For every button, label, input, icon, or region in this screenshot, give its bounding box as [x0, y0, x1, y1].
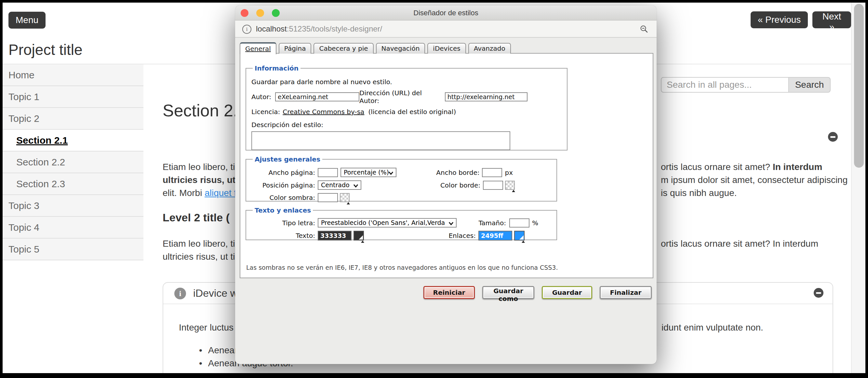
- sidebar-item-section23[interactable]: Section 2.3: [3, 173, 144, 195]
- url-path: :51235/tools/style-designer/: [287, 24, 382, 33]
- descripcion-textarea[interactable]: [251, 131, 510, 150]
- scrollbar-thumb[interactable]: [854, 4, 864, 168]
- dialog-title: Diseñador de estilos: [235, 5, 657, 21]
- ancho-borde-input[interactable]: [482, 168, 502, 177]
- licencia-link[interactable]: Creative Commons by-sa: [283, 108, 364, 116]
- chevron-down-icon: [388, 171, 394, 175]
- sidebar-item-section21[interactable]: Section 2.1: [3, 130, 144, 152]
- enlaces-color-picker-icon[interactable]: [514, 231, 525, 241]
- style-designer-dialog: Diseñador de estilos i localhost:51235/t…: [235, 5, 657, 364]
- search-button[interactable]: Search: [789, 77, 831, 93]
- p1l-line2: ultricies risus, ut: [163, 175, 236, 185]
- tab-cabecera-y-pie[interactable]: Cabecera y pie: [313, 43, 373, 54]
- legend-ajustes-generales: Ajustes generales: [253, 155, 322, 163]
- section-heading: Section 2.1: [163, 101, 247, 120]
- paragraph1-left-fragment: Etiam leo libero, ti ultricies risus, ut…: [163, 161, 237, 199]
- color-borde-label: Color borde:: [440, 181, 480, 189]
- ancho-borde-label: Ancho borde:: [436, 169, 479, 177]
- autor-input[interactable]: [275, 92, 359, 101]
- texto-color-input[interactable]: [318, 231, 351, 241]
- chevron-down-icon: [448, 222, 454, 226]
- ancho-pagina-input[interactable]: [318, 168, 338, 177]
- posicion-select-value: Centrado: [321, 181, 350, 189]
- reiniciar-button[interactable]: Reiniciar: [424, 286, 475, 299]
- page-title: Project title: [8, 41, 83, 59]
- tab-panel-general: Información Guardar para darle nombre al…: [240, 53, 653, 278]
- sidebar-nav: Home Topic 1 Topic 2 Section 2.1 Section…: [3, 64, 144, 260]
- tamano-input[interactable]: [509, 218, 529, 227]
- collapse-section-icon[interactable]: [828, 132, 838, 142]
- site-info-icon[interactable]: i: [242, 25, 251, 34]
- address-bar[interactable]: i localhost:51235/tools/style-designer/: [235, 21, 657, 38]
- sidebar-item-home[interactable]: Home: [3, 64, 144, 86]
- color-borde-input[interactable]: [483, 181, 503, 190]
- licencia-suffix: (licencia del estilo original): [368, 108, 456, 116]
- guardar-button[interactable]: Guardar: [542, 286, 592, 299]
- autor-label: Autor:: [251, 93, 271, 101]
- unidad-select-value: Porcentaje (%): [344, 169, 389, 176]
- tab-general[interactable]: General: [240, 42, 276, 54]
- close-window-button[interactable]: [241, 9, 248, 17]
- tipo-letra-select[interactable]: Preestablecido ('Open Sans', Arial,Verda: [318, 218, 457, 227]
- chevron-down-icon: [353, 184, 359, 188]
- unidad-select[interactable]: Porcentaje (%): [341, 168, 397, 177]
- maximize-window-button[interactable]: [272, 9, 280, 17]
- idevice-text-right: idunt enim vulputate non.: [661, 322, 763, 333]
- url-host: localhost: [256, 24, 287, 33]
- next-button[interactable]: Next »: [812, 11, 851, 28]
- info-icon: i: [174, 288, 186, 300]
- sidebar-item-section22[interactable]: Section 2.2: [3, 152, 144, 173]
- css3-compat-note: Las sombras no se verán en IE6, IE7, IE8…: [246, 264, 558, 271]
- color-sombra-picker-icon[interactable]: [340, 193, 350, 202]
- px-suffix: px: [505, 169, 513, 177]
- tab-idevices[interactable]: iDevices: [427, 43, 466, 54]
- descripcion-label: Descripción del estilo:: [251, 121, 562, 129]
- ancho-pagina-label: Ancho página:: [251, 169, 315, 177]
- fieldset-ajustes-generales: Ajustes generales Ancho página: Porcenta…: [246, 155, 557, 201]
- sidebar-item-topic1[interactable]: Topic 1: [3, 86, 144, 108]
- screen: Menu « Previous Next » Project title Hom…: [0, 0, 868, 378]
- autor-url-input[interactable]: [445, 92, 527, 101]
- info-intro-text: Guardar para darle nombre al nuevo estil…: [251, 78, 562, 86]
- tipo-letra-select-value: Preestablecido ('Open Sans', Arial,Verda: [321, 219, 445, 226]
- legend-texto-y-enlaces: Texto y enlaces: [253, 207, 313, 214]
- color-sombra-label: Color sombra:: [251, 194, 315, 201]
- aliquet-link[interactable]: aliquet f: [205, 188, 237, 198]
- sidebar-item-topic3[interactable]: Topic 3: [3, 195, 144, 217]
- level2-heading: Level 2 title (: [163, 211, 229, 224]
- licencia-label: Licencia:: [251, 108, 280, 116]
- fieldset-informacion: Información Guardar para darle nombre al…: [246, 64, 567, 151]
- idevice-title: iDevice w: [193, 287, 238, 300]
- posicion-select[interactable]: Centrado: [318, 180, 361, 190]
- p1l-line3: elit. Morbi: [163, 188, 205, 198]
- texto-color-picker-icon[interactable]: [353, 231, 364, 241]
- sidebar-item-topic4[interactable]: Topic 4: [3, 217, 144, 239]
- finalizar-button[interactable]: Finalizar: [600, 286, 652, 299]
- autor-url-label: Dirección (URL) del Autor:: [359, 89, 442, 105]
- page-scrollbar: [851, 3, 865, 373]
- search-input[interactable]: [661, 77, 789, 93]
- zoom-out-icon[interactable]: [640, 25, 649, 35]
- paragraph1-right-fragment: ortis lacus ornare sit amet? In interdum…: [661, 161, 847, 199]
- minimize-window-button[interactable]: [256, 9, 264, 17]
- tab-avanzado[interactable]: Avanzado: [468, 43, 511, 54]
- p1r-line2: m ipsum dolor sit amet, consectetur adip…: [661, 174, 847, 187]
- dialog-titlebar: Diseñador de estilos: [235, 5, 657, 21]
- p2l-line1: Etiam leo libero, ti: [163, 237, 235, 250]
- tamano-label: Tamaño:: [478, 219, 506, 227]
- previous-button[interactable]: « Previous: [751, 11, 808, 28]
- sidebar-item-topic2[interactable]: Topic 2: [3, 108, 144, 130]
- p1r-line1: ortis lacus ornare sit amet?: [661, 162, 773, 172]
- guardar-como-button[interactable]: Guardar como: [482, 286, 534, 299]
- sidebar-item-topic5[interactable]: Topic 5: [3, 239, 144, 260]
- enlaces-color-label: Enlaces:: [448, 232, 476, 240]
- collapse-idevice-icon[interactable]: [814, 288, 824, 298]
- enlaces-color-input[interactable]: [478, 231, 512, 241]
- idevice-text-left: Integer luctus e: [179, 322, 241, 333]
- tab-pagina[interactable]: Página: [279, 43, 312, 54]
- color-sombra-input[interactable]: [318, 193, 338, 202]
- color-borde-picker-icon[interactable]: [505, 181, 515, 190]
- menu-button[interactable]: Menu: [8, 12, 45, 29]
- tab-navegacion[interactable]: Navegación: [376, 43, 425, 54]
- url-text: localhost:51235/tools/style-designer/: [256, 24, 382, 33]
